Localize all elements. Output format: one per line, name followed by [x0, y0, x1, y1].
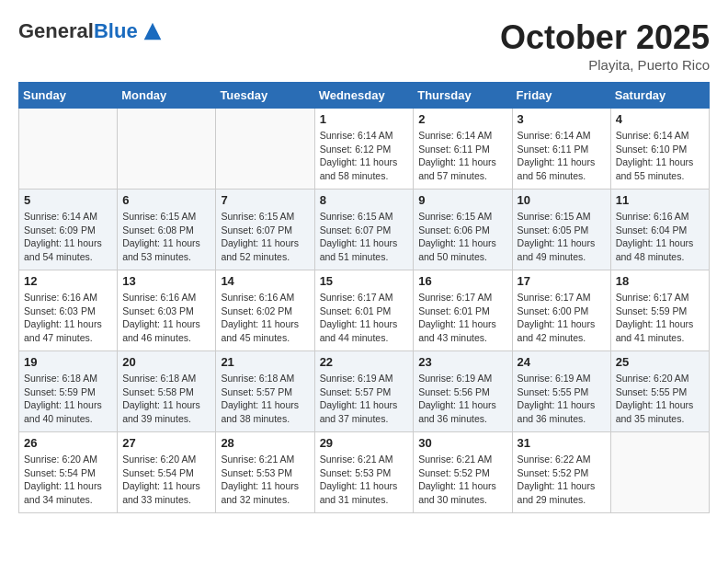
- day-info: Sunrise: 6:15 AM Sunset: 6:06 PM Dayligh…: [418, 210, 506, 264]
- calendar-cell: 19Sunrise: 6:18 AM Sunset: 5:59 PM Dayli…: [19, 351, 118, 432]
- day-number: 26: [24, 436, 112, 450]
- calendar-week-row: 19Sunrise: 6:18 AM Sunset: 5:59 PM Dayli…: [19, 351, 710, 432]
- logo-blue-text: Blue: [94, 19, 138, 42]
- calendar-cell: 14Sunrise: 6:16 AM Sunset: 6:02 PM Dayli…: [216, 270, 314, 351]
- weekday-header-sunday: Sunday: [19, 83, 118, 109]
- day-number: 23: [418, 355, 506, 369]
- day-info: Sunrise: 6:19 AM Sunset: 5:56 PM Dayligh…: [418, 372, 506, 426]
- calendar-cell: 31Sunrise: 6:22 AM Sunset: 5:52 PM Dayli…: [512, 432, 610, 513]
- calendar-cell: [216, 109, 314, 190]
- day-info: Sunrise: 6:21 AM Sunset: 5:52 PM Dayligh…: [418, 453, 506, 507]
- day-number: 9: [418, 193, 506, 207]
- calendar-cell: 13Sunrise: 6:16 AM Sunset: 6:03 PM Dayli…: [118, 270, 216, 351]
- month-title: October 2025: [500, 18, 710, 57]
- calendar-cell: 29Sunrise: 6:21 AM Sunset: 5:53 PM Dayli…: [314, 432, 414, 513]
- day-number: 17: [518, 274, 606, 288]
- calendar-week-row: 5Sunrise: 6:14 AM Sunset: 6:09 PM Daylig…: [19, 190, 710, 270]
- day-info: Sunrise: 6:20 AM Sunset: 5:54 PM Dayligh…: [24, 453, 112, 507]
- calendar-cell: [19, 109, 118, 190]
- day-number: 31: [518, 436, 606, 450]
- day-number: 4: [616, 112, 704, 126]
- day-number: 2: [418, 112, 506, 126]
- day-number: 19: [24, 355, 112, 369]
- calendar-cell: 25Sunrise: 6:20 AM Sunset: 5:55 PM Dayli…: [610, 351, 709, 432]
- day-info: Sunrise: 6:17 AM Sunset: 5:59 PM Dayligh…: [616, 291, 704, 345]
- weekday-header-friday: Friday: [512, 83, 610, 109]
- calendar-cell: 21Sunrise: 6:18 AM Sunset: 5:57 PM Dayli…: [216, 351, 314, 432]
- day-info: Sunrise: 6:18 AM Sunset: 5:58 PM Dayligh…: [122, 372, 210, 426]
- day-number: 6: [122, 193, 210, 207]
- day-info: Sunrise: 6:14 AM Sunset: 6:11 PM Dayligh…: [418, 129, 506, 183]
- weekday-header-thursday: Thursday: [414, 83, 512, 109]
- location: Playita, Puerto Rico: [500, 57, 710, 73]
- calendar-cell: 27Sunrise: 6:20 AM Sunset: 5:54 PM Dayli…: [118, 432, 216, 513]
- day-info: Sunrise: 6:20 AM Sunset: 5:54 PM Dayligh…: [122, 453, 210, 507]
- calendar-cell: 3Sunrise: 6:14 AM Sunset: 6:11 PM Daylig…: [512, 109, 610, 190]
- weekday-header-row: SundayMondayTuesdayWednesdayThursdayFrid…: [19, 83, 710, 109]
- day-number: 5: [24, 193, 112, 207]
- day-number: 16: [418, 274, 506, 288]
- day-info: Sunrise: 6:17 AM Sunset: 6:01 PM Dayligh…: [320, 291, 409, 345]
- day-number: 28: [221, 436, 309, 450]
- day-number: 15: [320, 274, 409, 288]
- day-info: Sunrise: 6:18 AM Sunset: 5:59 PM Dayligh…: [24, 372, 112, 426]
- calendar-cell: 2Sunrise: 6:14 AM Sunset: 6:11 PM Daylig…: [414, 109, 512, 190]
- day-info: Sunrise: 6:21 AM Sunset: 5:53 PM Dayligh…: [221, 453, 309, 507]
- day-number: 14: [221, 274, 309, 288]
- calendar-cell: 23Sunrise: 6:19 AM Sunset: 5:56 PM Dayli…: [414, 351, 512, 432]
- day-number: 10: [518, 193, 606, 207]
- calendar-cell: 17Sunrise: 6:17 AM Sunset: 6:00 PM Dayli…: [512, 270, 610, 351]
- day-number: 7: [221, 193, 309, 207]
- weekday-header-monday: Monday: [118, 83, 216, 109]
- calendar-cell: 11Sunrise: 6:16 AM Sunset: 6:04 PM Dayli…: [610, 190, 709, 270]
- day-info: Sunrise: 6:15 AM Sunset: 6:07 PM Dayligh…: [221, 210, 309, 264]
- day-number: 8: [320, 193, 409, 207]
- day-number: 12: [24, 274, 112, 288]
- calendar-cell: 12Sunrise: 6:16 AM Sunset: 6:03 PM Dayli…: [19, 270, 118, 351]
- day-info: Sunrise: 6:19 AM Sunset: 5:57 PM Dayligh…: [320, 372, 409, 426]
- calendar-cell: [118, 109, 216, 190]
- day-number: 1: [320, 112, 409, 126]
- day-info: Sunrise: 6:16 AM Sunset: 6:04 PM Dayligh…: [616, 210, 704, 264]
- day-info: Sunrise: 6:15 AM Sunset: 6:08 PM Dayligh…: [122, 210, 210, 264]
- day-number: 3: [518, 112, 606, 126]
- day-number: 22: [320, 355, 409, 369]
- day-info: Sunrise: 6:14 AM Sunset: 6:09 PM Dayligh…: [24, 210, 112, 264]
- logo-icon: [140, 18, 165, 44]
- calendar-week-row: 12Sunrise: 6:16 AM Sunset: 6:03 PM Dayli…: [19, 270, 710, 351]
- day-number: 24: [518, 355, 606, 369]
- calendar-cell: [610, 432, 709, 513]
- logo-general-text: General: [18, 19, 94, 42]
- day-info: Sunrise: 6:18 AM Sunset: 5:57 PM Dayligh…: [221, 372, 309, 426]
- day-number: 30: [418, 436, 506, 450]
- day-number: 27: [122, 436, 210, 450]
- day-info: Sunrise: 6:14 AM Sunset: 6:10 PM Dayligh…: [616, 129, 704, 183]
- calendar-cell: 9Sunrise: 6:15 AM Sunset: 6:06 PM Daylig…: [414, 190, 512, 270]
- weekday-header-wednesday: Wednesday: [314, 83, 414, 109]
- day-number: 21: [221, 355, 309, 369]
- day-info: Sunrise: 6:15 AM Sunset: 6:05 PM Dayligh…: [518, 210, 606, 264]
- day-info: Sunrise: 6:17 AM Sunset: 6:01 PM Dayligh…: [418, 291, 506, 345]
- calendar-cell: 6Sunrise: 6:15 AM Sunset: 6:08 PM Daylig…: [118, 190, 216, 270]
- day-number: 20: [122, 355, 210, 369]
- day-info: Sunrise: 6:15 AM Sunset: 6:07 PM Dayligh…: [320, 210, 409, 264]
- page-header: GeneralBlue October 2025 Playita, Puerto…: [18, 18, 710, 73]
- calendar-week-row: 26Sunrise: 6:20 AM Sunset: 5:54 PM Dayli…: [19, 432, 710, 513]
- day-info: Sunrise: 6:16 AM Sunset: 6:03 PM Dayligh…: [24, 291, 112, 345]
- calendar-cell: 18Sunrise: 6:17 AM Sunset: 5:59 PM Dayli…: [610, 270, 709, 351]
- calendar-week-row: 1Sunrise: 6:14 AM Sunset: 6:12 PM Daylig…: [19, 109, 710, 190]
- day-info: Sunrise: 6:14 AM Sunset: 6:12 PM Dayligh…: [320, 129, 409, 183]
- logo: GeneralBlue: [18, 18, 165, 44]
- calendar-cell: 30Sunrise: 6:21 AM Sunset: 5:52 PM Dayli…: [414, 432, 512, 513]
- calendar-cell: 8Sunrise: 6:15 AM Sunset: 6:07 PM Daylig…: [314, 190, 414, 270]
- calendar-body: 1Sunrise: 6:14 AM Sunset: 6:12 PM Daylig…: [19, 109, 710, 513]
- calendar-cell: 24Sunrise: 6:19 AM Sunset: 5:55 PM Dayli…: [512, 351, 610, 432]
- calendar-cell: 10Sunrise: 6:15 AM Sunset: 6:05 PM Dayli…: [512, 190, 610, 270]
- weekday-header-tuesday: Tuesday: [216, 83, 314, 109]
- day-number: 25: [616, 355, 704, 369]
- calendar-cell: 20Sunrise: 6:18 AM Sunset: 5:58 PM Dayli…: [118, 351, 216, 432]
- calendar-cell: 15Sunrise: 6:17 AM Sunset: 6:01 PM Dayli…: [314, 270, 414, 351]
- title-block: October 2025 Playita, Puerto Rico: [500, 18, 710, 73]
- calendar-cell: 4Sunrise: 6:14 AM Sunset: 6:10 PM Daylig…: [610, 109, 709, 190]
- day-info: Sunrise: 6:16 AM Sunset: 6:03 PM Dayligh…: [122, 291, 210, 345]
